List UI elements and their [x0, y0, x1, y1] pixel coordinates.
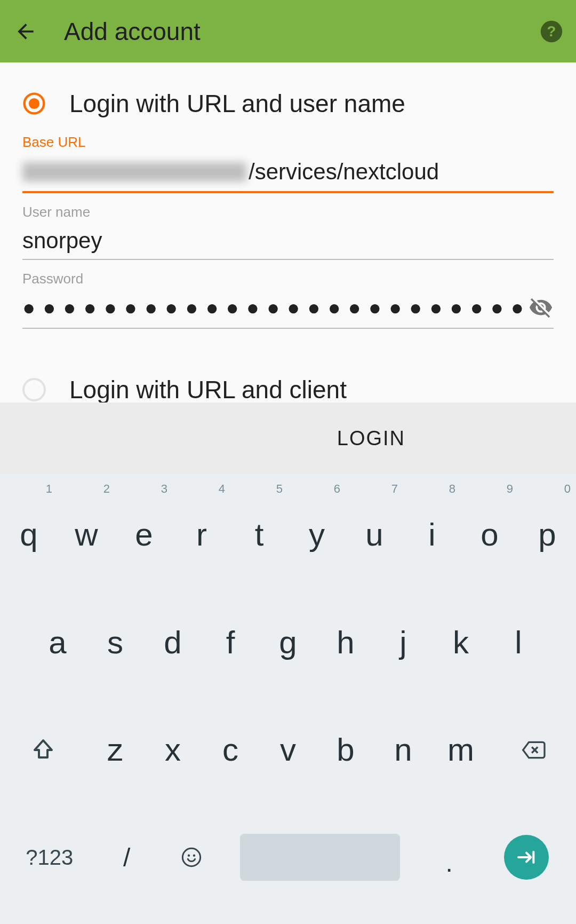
toggle-password-visibility-button[interactable] — [528, 295, 554, 320]
svg-point-5 — [187, 855, 189, 857]
enter-key[interactable] — [482, 804, 572, 912]
option2-title: Login with URL and client — [69, 377, 347, 402]
key-i[interactable]: i8 — [403, 481, 461, 589]
emoji-key[interactable] — [159, 804, 223, 912]
page-title: Add account — [64, 17, 201, 46]
key-l[interactable]: l — [490, 589, 547, 697]
base-url-input[interactable]: /services/nextcloud — [22, 158, 554, 193]
password-input[interactable]: ●●●●●●●●●●●●●●●●●●●●●●●●●●●●● — [22, 297, 528, 318]
key-c[interactable]: c — [202, 731, 259, 768]
help-button[interactable]: ? — [540, 20, 563, 43]
suggestion-text[interactable]: LOGIN — [337, 427, 405, 450]
svg-text:?: ? — [547, 23, 556, 40]
keyboard-row-2: asdfghjkl — [0, 589, 576, 697]
key-t[interactable]: t5 — [230, 481, 288, 589]
arrow-left-icon — [14, 20, 37, 43]
key-n[interactable]: n — [374, 731, 432, 768]
app-header: Add account ? — [0, 0, 576, 62]
svg-point-3 — [29, 98, 39, 109]
radio-selected-icon — [22, 92, 46, 115]
key-j[interactable]: j — [374, 589, 432, 697]
svg-point-4 — [182, 849, 200, 866]
key-v[interactable]: v — [259, 731, 317, 768]
key-s[interactable]: s — [86, 589, 144, 697]
key-g[interactable]: g — [259, 589, 317, 697]
space-key[interactable] — [223, 804, 417, 912]
login-option-url-client[interactable]: Login with URL and client — [22, 377, 554, 402]
key-b[interactable]: b — [317, 731, 374, 768]
eye-off-icon — [529, 295, 553, 320]
key-z[interactable]: z — [86, 731, 144, 768]
radio-unselected-icon — [22, 378, 46, 401]
option-title: Login with URL and user name — [69, 89, 405, 118]
field-password: Password ●●●●●●●●●●●●●●●●●●●●●●●●●●●●● — [22, 271, 554, 329]
key-m[interactable]: m — [432, 731, 490, 768]
key-d[interactable]: d — [144, 589, 202, 697]
keyboard-row-4: ?123 / . — [0, 804, 576, 912]
key-x[interactable]: x — [144, 731, 202, 768]
symbols-key[interactable]: ?123 — [4, 804, 94, 912]
key-u[interactable]: u7 — [346, 481, 403, 589]
key-f[interactable]: f — [202, 589, 259, 697]
shift-key[interactable] — [0, 737, 86, 763]
key-w[interactable]: w2 — [58, 481, 115, 589]
content-area: Login with URL and user name Base URL /s… — [0, 62, 576, 402]
svg-point-6 — [193, 855, 195, 857]
key-o[interactable]: o9 — [461, 481, 518, 589]
redacted-url-part — [22, 162, 246, 181]
base-url-suffix: /services/nextcloud — [249, 159, 439, 185]
slash-key[interactable]: / — [94, 804, 159, 912]
help-icon: ? — [540, 20, 563, 43]
key-h[interactable]: h — [317, 589, 374, 697]
username-label: User name — [22, 204, 554, 220]
key-k[interactable]: k — [432, 589, 490, 697]
key-p[interactable]: p0 — [518, 481, 576, 589]
password-label: Password — [22, 271, 554, 287]
keyboard-row-3: zxcvbnm — [0, 696, 576, 804]
tab-icon — [516, 847, 537, 868]
field-base-url: Base URL /services/nextcloud — [22, 134, 554, 193]
field-username: User name — [22, 204, 554, 260]
username-input[interactable] — [22, 228, 554, 254]
keyboard-row-1: q1w2e3r4t5y6u7i8o9p0 — [0, 481, 576, 589]
soft-keyboard: q1w2e3r4t5y6u7i8o9p0 asdfghjkl zxcvbnm ?… — [0, 475, 576, 924]
key-a[interactable]: a — [29, 589, 86, 697]
keyboard-suggestion-bar[interactable]: LOGIN — [0, 402, 576, 475]
period-key[interactable]: . — [417, 804, 482, 912]
login-option-url-username[interactable]: Login with URL and user name — [22, 89, 554, 118]
back-button[interactable] — [13, 19, 38, 44]
backspace-icon — [519, 738, 547, 762]
emoji-icon — [181, 847, 202, 868]
space-bar — [240, 834, 400, 881]
key-r[interactable]: r4 — [173, 481, 230, 589]
key-e[interactable]: e3 — [115, 481, 173, 589]
backspace-key[interactable] — [490, 738, 576, 762]
base-url-label: Base URL — [22, 134, 554, 151]
key-q[interactable]: q1 — [0, 481, 58, 589]
key-y[interactable]: y6 — [288, 481, 346, 589]
shift-icon — [30, 737, 56, 763]
